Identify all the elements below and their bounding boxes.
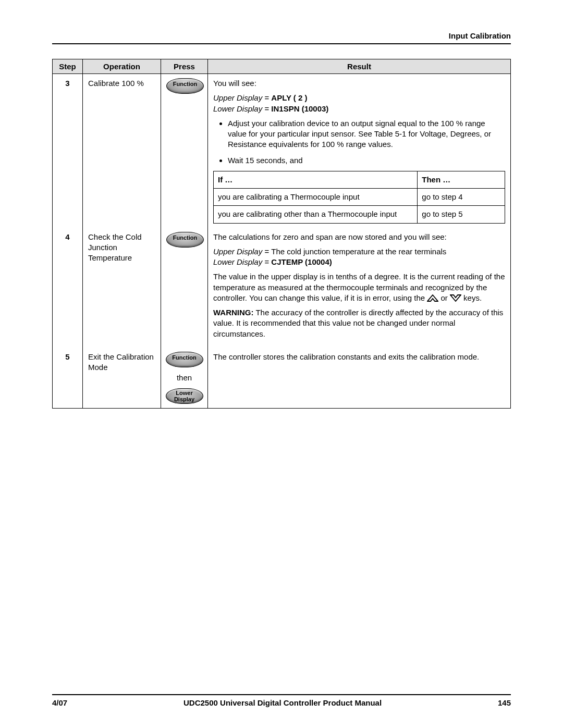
step-number: 5 [53, 348, 83, 409]
warning-text: The accuracy of the controller is direct… [213, 308, 503, 338]
if-then-table: If … Then … you are calibrating a Thermo… [213, 171, 505, 224]
if-header: If … [214, 171, 418, 188]
then-word: then [177, 373, 192, 383]
txt: The value in the upper display is in ten… [213, 272, 505, 302]
then-cell: go to step 4 [418, 189, 505, 206]
lower-display-label: Lower Display = [213, 257, 271, 266]
txt: Lower [176, 390, 192, 396]
operation-text: Calibrate 100 % [83, 74, 161, 228]
lower-display-value: IN1SPN (10003) [271, 104, 328, 113]
operation-text: Exit the Calibration Mode [83, 348, 161, 409]
svg-marker-1 [450, 295, 461, 301]
then-header: Then … [418, 171, 505, 188]
warning: WARNING: The accuracy of the controller … [213, 307, 505, 339]
result-p1: The controller stores the calibration co… [213, 352, 505, 362]
operation-text: Check the Cold Junction Temperature [83, 228, 161, 348]
result-cell: The calculations for zero and span are n… [208, 228, 511, 348]
function-key-icon: Function [166, 352, 203, 367]
press-cell: Function [161, 74, 208, 228]
txt: keys. [463, 293, 482, 302]
arrow-down-icon [450, 294, 461, 302]
lower-display-key-icon: LowerDisplay [166, 388, 203, 404]
if-cell: you are calibrating other than a Thermoc… [214, 206, 418, 223]
txt: Display [174, 396, 194, 402]
function-key-icon: Function [166, 78, 204, 94]
txt: or [440, 293, 450, 302]
upper-display-value: APLY ( 2 ) [271, 93, 307, 102]
table-row: 3 Calibrate 100 % Function You will see:… [53, 74, 511, 228]
upper-display-value: The cold junction temperature at the rea… [271, 247, 446, 256]
then-cell: go to step 5 [418, 206, 505, 223]
footer-rule [52, 694, 511, 695]
header-section-title: Input Calibration [52, 31, 511, 40]
warning-label: WARNING: [213, 308, 254, 317]
footer-date: 4/07 [52, 698, 67, 707]
col-header-step: Step [53, 59, 83, 74]
result-p1: The calculations for zero and span are n… [213, 232, 505, 242]
result-p2: The value in the upper display is in ten… [213, 272, 505, 303]
upper-display-label: Upper Display = [213, 247, 271, 256]
press-cell: Function [161, 228, 208, 348]
arrow-up-icon [427, 294, 438, 302]
calibration-steps-table: Step Operation Press Result 3 Calibrate … [52, 59, 511, 409]
page-footer: 4/07 UDC2500 Universal Digital Controlle… [52, 694, 511, 707]
bullet-item: Wait 15 seconds, and [228, 155, 505, 166]
footer-page: 145 [498, 698, 511, 707]
bullet-item: Adjust your calibration device to an out… [228, 118, 505, 150]
result-intro: You will see: [213, 78, 505, 89]
step-number: 4 [53, 228, 83, 348]
function-key-icon: Function [166, 232, 204, 248]
table-row: 5 Exit the Calibration Mode Function the… [53, 348, 511, 409]
press-cell: Function then LowerDisplay [161, 348, 208, 409]
svg-marker-0 [427, 295, 438, 301]
col-header-result: Result [208, 59, 511, 74]
header-rule [52, 43, 511, 44]
upper-display-label: Upper Display = [213, 93, 271, 102]
result-cell: The controller stores the calibration co… [208, 348, 511, 409]
lower-display-label: Lower Display = [213, 104, 271, 113]
table-row: 4 Check the Cold Junction Temperature Fu… [53, 228, 511, 348]
if-cell: you are calibrating a Thermocouple input [214, 189, 418, 206]
lower-display-value: CJTEMP (10004) [271, 257, 332, 266]
result-cell: You will see: Upper Display = APLY ( 2 )… [208, 74, 511, 228]
col-header-operation: Operation [83, 59, 161, 74]
col-header-press: Press [161, 59, 208, 74]
footer-title: UDC2500 Universal Digital Controller Pro… [183, 698, 382, 707]
step-number: 3 [53, 74, 83, 228]
